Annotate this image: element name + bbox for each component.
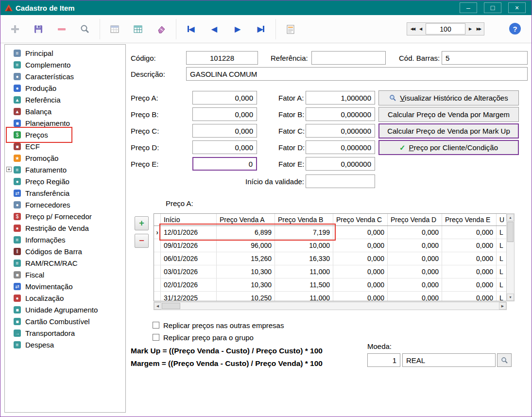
- grid-remove-row-button[interactable]: −: [135, 234, 149, 248]
- sidebar-item-informacoes[interactable]: ≡Informações: [5, 234, 125, 245]
- fator-a-field[interactable]: 1,000000: [306, 91, 375, 104]
- fator-b-field[interactable]: 0,000000: [306, 107, 375, 121]
- scroll-up-icon[interactable]: ▲: [507, 214, 514, 221]
- sidebar-item-faturamento[interactable]: +≡Faturamento: [5, 164, 125, 175]
- descricao-field[interactable]: GASOLINA COMUM: [186, 67, 528, 81]
- sidebar-item-balanca[interactable]: ▲Balança: [5, 105, 125, 117]
- minimize-button[interactable]: –: [460, 2, 477, 13]
- sidebar-item-restricao-de-venda[interactable]: ●Restrição de Venda: [5, 222, 125, 234]
- clear-button[interactable]: [152, 19, 171, 39]
- preco-por-cliente-button[interactable]: ✓ Preço por Cliente/Condição: [378, 140, 519, 155]
- sidebar-item-preco-p-fornecedor[interactable]: $Preço p/ Fornecedor: [5, 210, 125, 222]
- inicio-validade-field[interactable]: [306, 174, 375, 188]
- sidebar-item-principal[interactable]: ≡Principal: [5, 47, 125, 59]
- first-record-nav-button[interactable]: ◀: [181, 19, 201, 39]
- spreadsheet-button[interactable]: [105, 19, 124, 39]
- grid-add-row-button[interactable]: +: [135, 216, 149, 230]
- next-record-nav-button[interactable]: ▶: [228, 19, 247, 39]
- scrollbar-thumb[interactable]: [162, 303, 180, 309]
- grid-row[interactable]: 03/01/202610,30011,0000,0000,0000,000L: [154, 265, 506, 278]
- sidebar-item-fornecedores[interactable]: ●Fornecedores: [5, 199, 125, 210]
- preco-c-field[interactable]: 0,000: [192, 124, 257, 138]
- table-button[interactable]: [128, 19, 148, 39]
- grid-row[interactable]: ›12/01/20266,8997,1990,0000,0000,000L: [154, 226, 506, 239]
- cod-barras-field[interactable]: 5: [442, 51, 528, 65]
- expander-icon[interactable]: +: [6, 167, 12, 172]
- previous-record-nav-button[interactable]: ◀: [205, 19, 224, 39]
- calcular-preco-margem-button[interactable]: Calcular Preço de Venda por Margem: [378, 107, 519, 122]
- grid-row[interactable]: 31/12/202510,25011,0000,0000,0000,000L: [154, 292, 506, 301]
- replicar-empresas-option[interactable]: Replicar preços nas outras empresas: [153, 320, 284, 330]
- sidebar-item-transferencia[interactable]: ⇄Transferência: [5, 187, 125, 199]
- grid-vertical-scrollbar[interactable]: ▲ ▼: [506, 213, 515, 301]
- grid-horizontal-scrollbar[interactable]: ◀ ▶: [154, 302, 507, 310]
- report-button[interactable]: [281, 19, 300, 39]
- sidebar-item-caracteristicas[interactable]: ●Características: [5, 70, 125, 82]
- sidebar-item-planejamento[interactable]: ■Planejamento: [5, 117, 125, 129]
- sidebar-item-producao[interactable]: ●Produção: [5, 82, 125, 94]
- referencia-field[interactable]: [311, 51, 386, 65]
- preco-a-field[interactable]: 0,000: [192, 91, 257, 104]
- save-button[interactable]: [29, 19, 48, 39]
- visualizar-historico-button[interactable]: Visualizar Histórico de Alterações: [378, 90, 519, 105]
- grid-column-header[interactable]: Início: [161, 214, 217, 226]
- close-button[interactable]: ×: [508, 2, 526, 13]
- grid-column-header[interactable]: Preço Venda B: [275, 214, 333, 226]
- calcular-preco-markup-button[interactable]: Calcular Preço de Venda por Mark Up: [378, 123, 519, 139]
- scroll-right-icon[interactable]: ▶: [499, 302, 506, 310]
- delete-record-button[interactable]: [52, 19, 71, 39]
- preco-d-field[interactable]: 0,000: [192, 140, 257, 154]
- replicar-grupo-checkbox[interactable]: [153, 334, 159, 341]
- grid-column-header[interactable]: Preço Venda A: [217, 214, 275, 226]
- replicar-grupo-option[interactable]: Replicar preço para o grupo: [153, 332, 254, 342]
- grid-column-header[interactable]: Preço Venda D: [388, 214, 442, 226]
- next-page-button[interactable]: ▶: [467, 27, 474, 31]
- sidebar-item-referencia[interactable]: ▲Referência: [5, 94, 125, 105]
- grid-cell: 0,000: [333, 278, 388, 291]
- grid-row[interactable]: 09/01/202696,00010,0000,0000,0000,000L: [154, 239, 506, 252]
- grid-column-header[interactable]: Preço Venda C: [333, 214, 388, 226]
- sidebar-item-codigos-de-barra[interactable]: ‖Códigos de Barra: [5, 245, 125, 257]
- fator-e-field[interactable]: 0,000000: [306, 157, 375, 171]
- grid-column-header[interactable]: Preço Venda E: [442, 214, 497, 226]
- help-button[interactable]: ?: [509, 23, 521, 35]
- sidebar-item-localizacao[interactable]: ●Localização: [5, 292, 125, 304]
- scrollbar-thumb[interactable]: [507, 222, 514, 242]
- sidebar-item-complemento[interactable]: ≡Complemento: [5, 59, 125, 70]
- fator-c-field[interactable]: 0,000000: [306, 124, 375, 138]
- add-record-button[interactable]: [5, 19, 25, 39]
- preco-e-field[interactable]: 0: [192, 157, 257, 171]
- table-icon: [133, 24, 143, 35]
- record-number-field[interactable]: 100: [426, 23, 465, 35]
- fator-d-field[interactable]: 0,000000: [306, 140, 375, 154]
- cod-barras-label: Cód. Barras:: [399, 51, 440, 65]
- moeda-code-field[interactable]: 1: [367, 353, 400, 367]
- moeda-search-button[interactable]: [497, 353, 512, 367]
- search-button[interactable]: [75, 19, 95, 39]
- last-record-nav-button[interactable]: ▶: [251, 19, 271, 39]
- moeda-name-field[interactable]: REAL: [402, 353, 496, 367]
- maximize-button[interactable]: □: [484, 2, 501, 13]
- grid-column-header[interactable]: U: [497, 214, 507, 226]
- sidebar-item-ecf[interactable]: ■ECF: [5, 140, 125, 152]
- grid-row[interactable]: 06/01/202615,26016,3300,0000,0000,000L: [154, 252, 506, 265]
- codigo-field[interactable]: 101228: [186, 51, 258, 65]
- sidebar-item-fiscal[interactable]: ■Fiscal: [5, 269, 125, 280]
- last-page-button[interactable]: ▶▶: [475, 27, 482, 31]
- grid-row[interactable]: 02/01/202610,30011,5000,0000,0000,000L: [154, 278, 506, 292]
- sidebar-item-cartao-combustivel[interactable]: ■Cartão Combustível: [5, 315, 125, 327]
- sidebar-item-movimentacao[interactable]: ⇄Movimentação: [5, 280, 125, 292]
- sidebar-item-despesa[interactable]: ≡Despesa: [5, 339, 125, 350]
- replicar-empresas-checkbox[interactable]: [153, 322, 159, 329]
- sidebar-item-unidade-agrupamento[interactable]: ■Unidade Agrupamento: [5, 304, 125, 315]
- previous-page-button[interactable]: ◀: [417, 27, 424, 31]
- sidebar-item-precos[interactable]: $Preços: [5, 129, 125, 140]
- first-page-button[interactable]: ◀◀: [409, 27, 416, 31]
- scroll-left-icon[interactable]: ◀: [154, 302, 161, 310]
- scroll-down-icon[interactable]: ▼: [507, 294, 514, 301]
- preco-b-field[interactable]: 0,000: [192, 107, 257, 121]
- sidebar-item-transportadora[interactable]: →Transportadora: [5, 327, 125, 339]
- sidebar-item-ram-rcm-rac[interactable]: ≡RAM/RCM/RAC: [5, 257, 125, 269]
- sidebar-item-promocao[interactable]: ★Promoção: [5, 152, 125, 164]
- sidebar-item-preco-regiao[interactable]: ●Preço Região: [5, 175, 125, 187]
